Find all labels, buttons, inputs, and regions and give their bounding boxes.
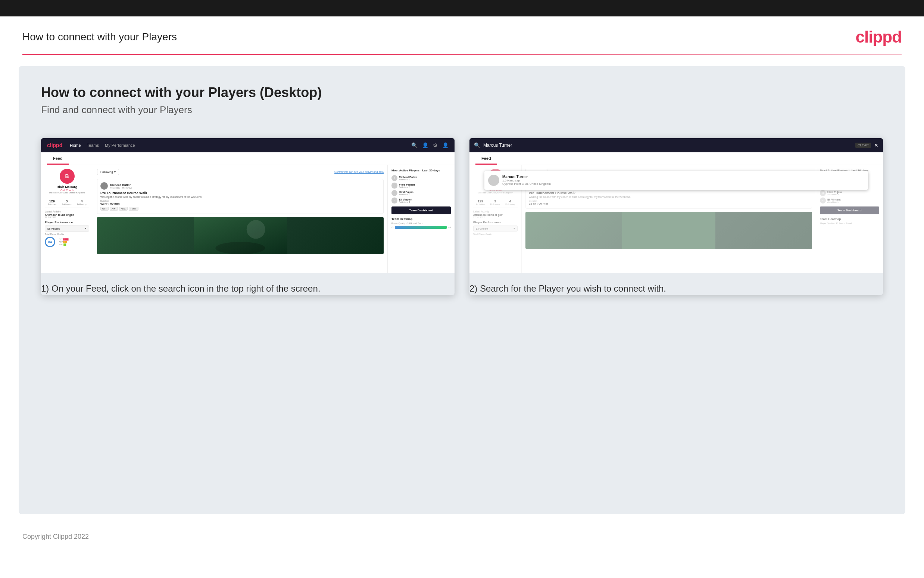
feed-tab[interactable]: Feed xyxy=(47,153,69,165)
mock-nav-1: clippd Home Teams My Performance 🔍 👤 ⚙ 👤 xyxy=(41,138,455,153)
quality-label: Total Player Quality xyxy=(45,233,89,235)
stat-fing-2: 4 Following xyxy=(505,200,515,205)
activity-card: Richard Butler Yesterday · The Grove Pre… xyxy=(97,179,384,214)
following-row: Following ▾ Control who can see your act… xyxy=(97,169,384,175)
search-icon[interactable]: 🔍 xyxy=(411,142,417,148)
player-row-4: E Eli Vincent Activities: 1 xyxy=(392,198,451,203)
player-acts-3: Activities: 3 xyxy=(399,193,413,196)
header: How to connect with your Players clippd xyxy=(0,16,924,54)
player-avatar-2: P xyxy=(392,183,397,188)
feed-tab-bar: Feed xyxy=(41,153,455,165)
quality-row: 84 OTT ████ APP ███ ARG ██ xyxy=(45,237,89,247)
player-dropdown-value: Eli Vincent xyxy=(47,227,60,230)
settings-icon[interactable]: ⚙ xyxy=(433,142,438,148)
screenshot-2: 🔍 Marcus Turner CLEAR ✕ Feed xyxy=(469,138,883,295)
main-content: How to connect with your Players (Deskto… xyxy=(19,66,905,514)
latest-activity: Afternoon round of golf xyxy=(45,214,89,216)
feed-tab-label: Feed xyxy=(53,156,63,161)
close-search-button[interactable]: ✕ xyxy=(874,142,879,148)
feed-tab-2[interactable]: Feed xyxy=(476,153,497,165)
stat-followers: 3 Followers xyxy=(62,200,72,205)
avatar: B xyxy=(60,169,74,184)
player-row-2: P Piers Parnell Activities: 4 xyxy=(392,183,451,188)
footer: Copyright Clippd 2022 xyxy=(0,525,924,555)
feed-tab-bar-2: Feed xyxy=(469,153,883,165)
stat-acts-2: 129 Activities xyxy=(476,200,485,205)
player-dropdown[interactable]: Eli Vincent ▾ xyxy=(45,226,89,232)
profile-stats: 129 Activities 3 Followers 4 Following xyxy=(45,197,89,208)
stat-fol-2: 3 Followers xyxy=(490,200,500,205)
mock-nav-2: 🔍 Marcus Turner CLEAR ✕ xyxy=(469,138,883,153)
mock-body-wrapper: B Blair McHarg Golf Coach Mill Ride Golf… xyxy=(469,165,883,273)
mock-mid-panel: Following ▾ Control who can see your act… xyxy=(93,165,387,273)
player-name-1: Richard Butler xyxy=(399,176,417,179)
activity-meta: Yesterday · The Grove xyxy=(110,187,133,189)
stat-activities: 129 Activities xyxy=(47,200,57,205)
chevron-icon: ▾ xyxy=(114,170,116,174)
mock-profile: B Blair McHarg Golf Coach Mill Ride Golf… xyxy=(45,169,89,194)
section-desc: Find and connect with your Players xyxy=(41,104,883,116)
avatar-icon[interactable]: 👤 xyxy=(442,142,448,148)
tag-ott: OTT xyxy=(100,207,108,211)
mock-right-panel: Most Active Players - Last 30 days R Ric… xyxy=(387,165,455,273)
activity-tags: OTT APP ARG PUTT xyxy=(100,207,380,211)
player-acts-2: Activities: 4 xyxy=(399,186,414,188)
app-mock-1: clippd Home Teams My Performance 🔍 👤 ⚙ 👤 xyxy=(41,138,455,273)
heatmap-title: Team Heatmap xyxy=(392,217,451,221)
tag-putt: PUTT xyxy=(129,207,138,211)
svg-point-1 xyxy=(247,220,265,239)
mock-body-1: B Blair McHarg Golf Coach Mill Ride Golf… xyxy=(41,165,455,273)
mock-nav-performance[interactable]: My Performance xyxy=(105,143,135,148)
mock-nav-teams[interactable]: Teams xyxy=(87,143,99,148)
following-button[interactable]: Following ▾ xyxy=(97,169,119,175)
tag-arg: ARG xyxy=(119,207,128,211)
result-info: Marcus Turner 1.5 Handicap Cypress Point… xyxy=(502,175,551,185)
mock-logo-1: clippd xyxy=(47,142,62,148)
heatmap-scale: -5 +5 xyxy=(392,226,451,229)
feed-tab-label-2: Feed xyxy=(481,156,491,161)
activity-title: Pre Tournament Course Walk xyxy=(100,191,380,195)
result-avatar xyxy=(488,175,499,186)
player-name-3: Hiral Pujara xyxy=(399,191,413,193)
heatmap-sub: Player Quality · 30 Round Trend xyxy=(392,222,451,224)
result-name: Marcus Turner xyxy=(502,175,551,179)
profile-club: Mill Ride Golf Club, United Kingdom xyxy=(45,192,89,194)
player-acts-1: Activities: 7 xyxy=(399,179,417,181)
latest-date: 27 Jul 2022 xyxy=(45,216,89,218)
quality-score: 84 xyxy=(45,237,55,247)
team-dashboard-button[interactable]: Team Dashboard xyxy=(392,206,451,214)
control-link[interactable]: Control who can see your activity and da… xyxy=(334,170,384,173)
mock-nav-items-1: Home Teams My Performance xyxy=(70,143,404,148)
player-performance-label: Player Performance xyxy=(45,221,89,224)
result-handicap: 1.5 Handicap xyxy=(502,179,551,182)
stat-following: 4 Following xyxy=(77,200,86,205)
search-icon-2[interactable]: 🔍 xyxy=(474,142,480,148)
profile-role: Golf Coach xyxy=(45,189,89,192)
duration-time: 02 hr : 00 min xyxy=(100,202,380,205)
logo: clippd xyxy=(855,28,901,46)
activity-photo xyxy=(97,217,384,254)
heatmap-bar xyxy=(395,226,447,229)
step-1-desc: 1) On your Feed, click on the search ico… xyxy=(41,282,455,295)
player-avatar-1: R xyxy=(392,175,397,181)
search-value[interactable]: Marcus Turner xyxy=(483,143,852,148)
search-result-item[interactable]: Marcus Turner 1.5 Handicap Cypress Point… xyxy=(484,171,868,190)
activity-user-info: Richard Butler Yesterday · The Grove xyxy=(110,183,133,189)
player-name-4: Eli Vincent xyxy=(399,198,413,201)
active-players-title: Most Active Players - Last 30 days xyxy=(392,169,451,172)
player-info-3: Hiral Pujara Activities: 3 xyxy=(399,191,413,196)
users-icon[interactable]: 👤 xyxy=(422,142,429,148)
quality-bars: OTT ████ APP ███ ARG ██ xyxy=(59,238,89,246)
search-results-overlay: Marcus Turner 1.5 Handicap Cypress Point… xyxy=(469,165,883,196)
header-divider xyxy=(23,54,901,55)
mock-nav-home[interactable]: Home xyxy=(70,143,81,148)
clear-button[interactable]: CLEAR xyxy=(855,143,871,148)
tag-app: APP xyxy=(110,207,118,211)
profile-stats-2: 129 Activities 3 Followers 4 Following xyxy=(473,197,518,208)
screenshots-row: clippd Home Teams My Performance 🔍 👤 ⚙ 👤 xyxy=(41,138,883,295)
mock-nav-icons-1: 🔍 👤 ⚙ 👤 xyxy=(411,142,448,148)
section-title: How to connect with your Players (Deskto… xyxy=(41,85,883,101)
chevron-down-icon: ▾ xyxy=(85,227,87,230)
step-2-desc: 2) Search for the Player you wish to con… xyxy=(469,282,883,295)
player-row-3: H Hiral Pujara Activities: 3 xyxy=(392,190,451,196)
